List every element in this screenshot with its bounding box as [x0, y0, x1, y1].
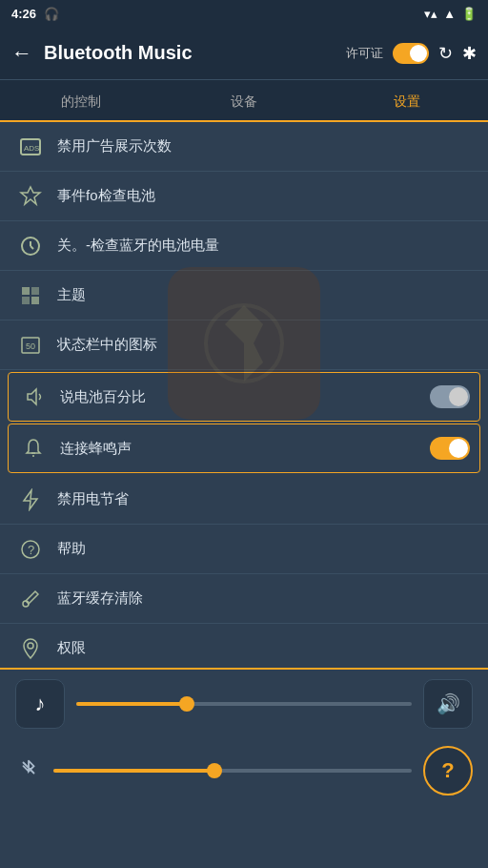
- refresh-icon[interactable]: ↻: [438, 43, 453, 64]
- battery-event-icon: [15, 185, 46, 208]
- setting-bt-cache[interactable]: 蓝牙缓存清除: [0, 574, 488, 624]
- say-battery-text: 说电池百分比: [60, 388, 430, 406]
- svg-point-19: [28, 643, 33, 649]
- svg-rect-9: [31, 297, 39, 304]
- page-title: Bluetooth Music: [44, 42, 346, 64]
- say-battery-toggle[interactable]: [430, 385, 470, 408]
- permission-label: 许可证: [346, 45, 383, 62]
- music-note-button[interactable]: ♪: [15, 679, 65, 729]
- svg-rect-7: [31, 287, 39, 295]
- bluetooth-header-icon[interactable]: ✱: [462, 43, 477, 64]
- lightning-icon: [15, 488, 46, 511]
- setting-disable-battery-saver[interactable]: 禁用电节省: [0, 475, 488, 525]
- wifi-icon: ▾▴: [424, 7, 437, 21]
- setting-battery-event[interactable]: 事件fo检查电池: [0, 172, 488, 221]
- status-time: 4:26: [11, 7, 36, 21]
- permissions-text: 权限: [57, 639, 473, 657]
- volume-thumb[interactable]: [179, 696, 194, 712]
- music-note-icon: ♪: [35, 692, 46, 716]
- wrench-icon: [15, 588, 46, 610]
- help-text: 帮助: [57, 540, 473, 558]
- statusbar-icon: 50: [15, 334, 46, 357]
- theme-icon: [15, 284, 46, 307]
- bt-slider[interactable]: [53, 746, 412, 796]
- svg-text:?: ?: [28, 543, 34, 557]
- disable-ads-text: 禁用广告展示次数: [57, 137, 473, 155]
- check-bt-battery-text: 关。-检查蓝牙的电池电量: [57, 237, 473, 255]
- bt-small-icon: [15, 757, 42, 784]
- bottom-player: ♪ 🔊 ?: [0, 668, 488, 868]
- svg-rect-6: [22, 287, 30, 295]
- volume-button[interactable]: 🔊: [423, 679, 473, 729]
- status-right: ▾▴ ▲ 🔋: [424, 7, 477, 21]
- status-bar: 4:26 🎧 ▾▴ ▲ 🔋: [0, 0, 488, 27]
- tab-bar: 的控制 设备 设置: [0, 80, 488, 122]
- tab-settings[interactable]: 设置: [325, 93, 488, 120]
- headphone-icon: 🎧: [44, 7, 59, 21]
- theme-text: 主题: [57, 286, 473, 304]
- setting-disable-ads[interactable]: ADS 禁用广告展示次数: [0, 122, 488, 172]
- setting-theme[interactable]: 主题: [0, 271, 488, 320]
- header-actions: 许可证 ↻ ✱: [346, 43, 477, 64]
- setting-help[interactable]: ? 帮助: [0, 525, 488, 574]
- tab-devices[interactable]: 设备: [163, 93, 326, 120]
- volume-slider[interactable]: [76, 679, 412, 729]
- toggle-off-indicator[interactable]: [430, 385, 470, 408]
- help-icon: ?: [15, 538, 46, 561]
- setting-say-battery[interactable]: 说电池百分比: [8, 372, 480, 422]
- permission-toggle[interactable]: [393, 43, 429, 64]
- svg-text:50: 50: [26, 341, 35, 351]
- svg-text:ADS: ADS: [24, 144, 39, 153]
- svg-rect-8: [22, 297, 30, 304]
- setting-permissions[interactable]: 权限: [0, 624, 488, 673]
- location-icon: [15, 637, 46, 660]
- tab-controls[interactable]: 的控制: [0, 93, 163, 120]
- disable-battery-saver-text: 禁用电节省: [57, 490, 473, 508]
- svg-marker-15: [24, 490, 37, 509]
- battery-event-text: 事件fo检查电池: [57, 187, 473, 205]
- bt-thumb[interactable]: [207, 763, 222, 778]
- setting-statusbar-icons[interactable]: 50 状态栏中的图标: [0, 320, 488, 370]
- volume-fill: [76, 702, 187, 706]
- bt-track: [53, 769, 412, 773]
- settings-list: ADS 禁用广告展示次数 事件fo检查电池 关。-检查蓝牙的电池电量 主题 50…: [0, 122, 488, 685]
- back-button[interactable]: ←: [11, 41, 32, 66]
- bt-cache-text: 蓝牙缓存清除: [57, 589, 473, 608]
- signal-icon: ▲: [443, 7, 456, 21]
- battery-icon: 🔋: [461, 7, 477, 21]
- volume-icon: 🔊: [437, 692, 460, 715]
- status-icons: 🎧: [44, 7, 59, 21]
- bell-icon: [18, 437, 49, 460]
- connect-beep-toggle[interactable]: [430, 437, 470, 460]
- help-circle-button[interactable]: ?: [423, 746, 473, 796]
- bt-row: ?: [15, 746, 473, 796]
- toggle-on-indicator[interactable]: [430, 437, 470, 460]
- connect-beep-text: 连接蜂鸣声: [60, 440, 430, 458]
- svg-marker-12: [28, 389, 36, 404]
- volume-row: ♪ 🔊: [15, 679, 473, 729]
- bt-fill: [53, 769, 214, 773]
- app-header: ← Bluetooth Music 许可证 ↻ ✱: [0, 27, 488, 80]
- clock-icon: [15, 235, 46, 258]
- ads-icon: ADS: [15, 135, 46, 158]
- help-circle-icon: ?: [441, 758, 454, 783]
- statusbar-icons-text: 状态栏中的图标: [57, 336, 473, 354]
- svg-line-5: [30, 246, 33, 249]
- volume-track: [76, 702, 412, 706]
- speaker-icon: [18, 385, 49, 408]
- setting-check-bt-battery[interactable]: 关。-检查蓝牙的电池电量: [0, 221, 488, 271]
- setting-connect-beep[interactable]: 连接蜂鸣声: [8, 424, 480, 473]
